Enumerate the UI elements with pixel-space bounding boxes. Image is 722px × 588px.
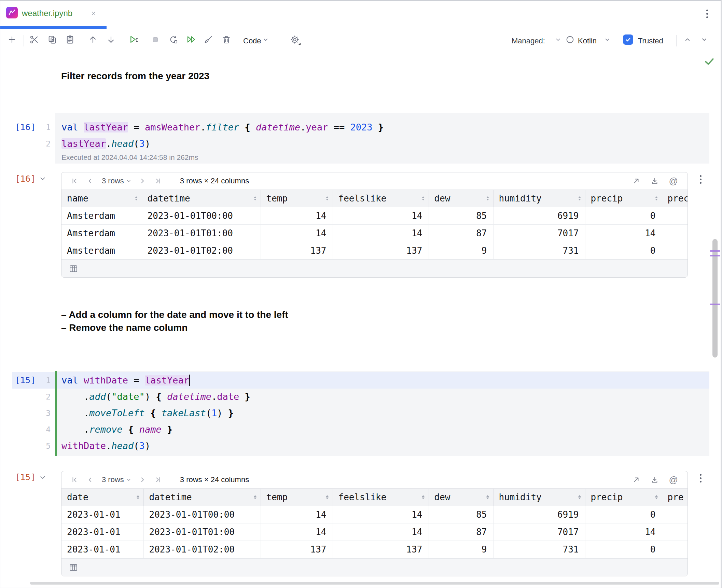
sort-icon[interactable] [254,195,256,202]
collapse-output-button[interactable] [39,175,46,182]
sort-icon[interactable] [326,494,329,501]
next-cell-button[interactable] [698,33,710,46]
table-cell[interactable]: 731 [493,242,585,260]
table-cell[interactable]: 14 [585,523,662,541]
table-cell[interactable]: 14 [333,523,429,541]
table-cell[interactable]: 9 [429,541,493,558]
kernel-selector[interactable]: Kotlin [578,29,597,53]
last-page-button[interactable] [154,476,162,484]
sort-icon[interactable] [135,195,138,202]
sort-icon[interactable] [486,494,489,501]
table-cell[interactable]: 0 [585,242,662,260]
table-cell[interactable]: 9 [429,242,493,260]
column-header-precip[interactable]: precip [585,489,662,506]
table-cell[interactable]: 87 [429,225,493,242]
table-cell[interactable]: 14 [333,225,429,242]
table-cell[interactable]: 14 [261,506,333,523]
column-header-humidity[interactable]: humidity [493,489,585,506]
code-line[interactable]: .add("date") { datetime.date } [61,389,250,405]
paste-cell-button[interactable] [64,33,76,46]
column-header-prec[interactable]: prec [662,190,688,207]
table-cell[interactable]: 14 [333,506,429,523]
open-in-new-button[interactable] [632,177,640,185]
download-button[interactable] [651,177,659,185]
table-cell[interactable]: 85 [429,207,493,225]
table-cell[interactable]: 14 [261,207,333,225]
table-cell[interactable]: 14 [261,523,333,541]
table-cell[interactable]: 2023-01-01T02:00 [142,242,261,260]
table-cell[interactable]: 137 [261,242,333,260]
open-in-browser-icon[interactable]: @ [669,476,678,484]
table-cell[interactable]: 87 [429,523,493,541]
table-cell[interactable]: 2023-01-01T01:00 [143,523,261,541]
column-header-pre[interactable]: pre [662,489,688,506]
notebook-settings-button[interactable] [289,33,301,46]
table-cell[interactable]: 6919 [493,207,585,225]
next-page-button[interactable] [138,476,147,484]
output-menu-button[interactable] [695,172,706,187]
table-cell[interactable]: 2023-01-01T00:00 [142,207,261,225]
table-cell[interactable]: 2023-01-01 [61,506,143,523]
clear-outputs-button[interactable] [202,33,214,46]
page-size-dropdown[interactable]: 3 rows [102,177,131,185]
table-cell[interactable] [662,242,688,260]
table-cell[interactable]: 85 [429,506,493,523]
column-header-datetime[interactable]: datetime [142,190,261,207]
column-header-precip[interactable]: precip [585,190,662,207]
copy-cell-button[interactable] [46,33,58,46]
next-page-button[interactable] [138,177,147,185]
code-line[interactable]: val withDate = lastYear [61,372,190,389]
column-header-name[interactable]: name [61,190,142,207]
download-button[interactable] [651,476,659,484]
table-cell[interactable]: 14 [333,207,429,225]
table-cell[interactable]: 2023-01-01T00:00 [143,506,261,523]
last-page-button[interactable] [154,177,162,185]
sort-icon[interactable] [422,195,425,202]
first-page-button[interactable] [70,177,79,185]
horizontal-scrollbar[interactable] [30,582,719,585]
first-page-button[interactable] [70,476,79,484]
move-cell-down-button[interactable] [105,33,117,46]
table-cell[interactable]: 7017 [493,225,585,242]
tab-weather-ipynb[interactable]: weather.ipynb [0,0,109,26]
table-cell[interactable]: 14 [585,225,662,242]
markdown-cell-heading[interactable]: Filter records from the year 2023 [61,70,209,83]
stop-button[interactable] [149,33,162,46]
table-cell[interactable]: 2023-01-01T02:00 [143,541,261,558]
table-cell[interactable] [662,207,688,225]
column-header-date[interactable]: date [61,489,143,506]
code-line[interactable]: lastYear.head(3) [61,136,150,152]
code-line[interactable]: .remove { name } [61,421,172,438]
table-cell[interactable]: 731 [493,541,585,558]
delete-cell-button[interactable] [220,33,233,46]
table-cell[interactable]: 0 [585,506,662,523]
sort-icon[interactable] [578,494,581,501]
table-cell[interactable] [662,225,688,242]
table-cell[interactable]: Amsterdam [61,225,142,242]
table-cell[interactable]: 2023-01-01T01:00 [142,225,261,242]
kernel-status-icon[interactable] [565,33,575,46]
column-header-dew[interactable]: dew [429,489,493,506]
page-size-dropdown[interactable]: 3 rows [102,475,131,484]
sort-icon[interactable] [578,195,581,202]
column-header-temp[interactable]: temp [261,190,333,207]
table-cell[interactable]: 2023-01-01 [61,523,143,541]
open-in-browser-icon[interactable]: @ [669,177,678,185]
column-header-dew[interactable]: dew [429,190,493,207]
column-header-temp[interactable]: temp [261,489,333,506]
cut-cell-button[interactable] [28,33,40,46]
sort-icon[interactable] [422,494,425,501]
trusted-checkbox[interactable] [623,34,633,45]
run-cell-button[interactable] [128,33,140,46]
collapse-output-button[interactable] [39,474,46,481]
vertical-scrollbar-thumb[interactable] [712,239,718,358]
chevron-down-icon[interactable] [553,33,563,46]
cell-type-dropdown[interactable]: Code [243,29,261,53]
code-line[interactable]: val lastYear = amsWeather.filter { datet… [61,119,384,136]
managed-dropdown[interactable]: Managed: [512,29,545,53]
table-cell[interactable]: 137 [333,541,429,558]
table-cell[interactable]: 137 [261,541,333,558]
sort-icon[interactable] [486,195,489,202]
table-cell[interactable]: 137 [333,242,429,260]
output-menu-button[interactable] [695,471,706,486]
